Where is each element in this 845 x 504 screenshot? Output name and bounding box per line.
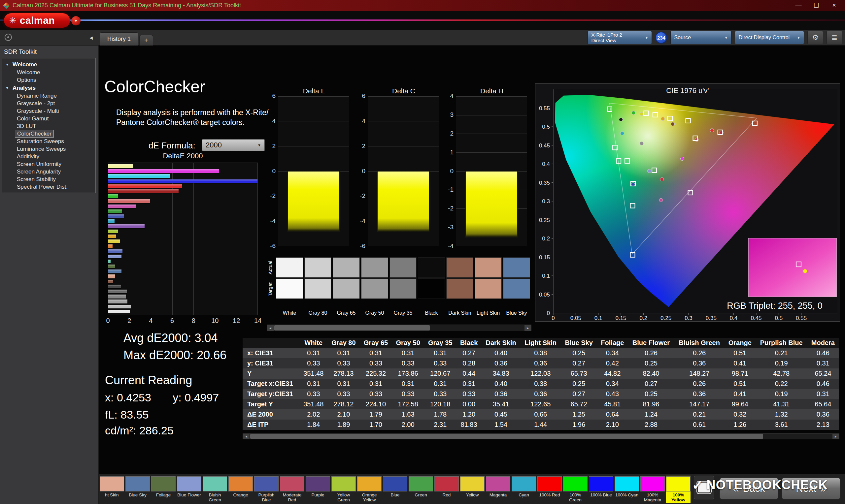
tree-section-welcome[interactable]: ▾Welcome	[2, 60, 95, 69]
swatch-scroll-track[interactable]	[274, 325, 525, 331]
sidebar-item-saturation-sweeps[interactable]: Saturation Sweeps	[2, 138, 95, 145]
patch-button-100-cyan[interactable]: 100% Cyan	[615, 475, 639, 503]
menu-button[interactable]: ≣	[827, 31, 842, 44]
sidebar-item-additivity[interactable]: Additivity	[2, 153, 95, 160]
sidebar-item-screen-stability[interactable]: Screen Stability	[2, 176, 95, 183]
deltae-bar-row-gray-50	[108, 294, 258, 299]
patch-button-100-green[interactable]: 100% Green	[563, 475, 587, 503]
swatch-column-black[interactable]: Black	[418, 257, 445, 322]
collapse-sidebar-button[interactable]: ◀	[87, 33, 95, 42]
scroll-left-icon[interactable]: ◄	[267, 325, 274, 331]
cell: 41.31	[756, 399, 807, 409]
deltae-bar-row-black	[108, 284, 258, 289]
meter-dropdown[interactable]: X-Rite i1Pro 2 Direct View ▼	[587, 31, 652, 44]
swatch-strip: Actual Target WhiteGray 80Gray 65Gray 50…	[267, 257, 531, 334]
axis-tick-label: 0.2	[640, 315, 648, 321]
patch-button-orange[interactable]: Orange	[228, 475, 253, 503]
patch-button-yellow-green[interactable]: Yellow Green	[331, 475, 356, 503]
patch-label: Yellow	[460, 492, 485, 498]
cell: 0.26	[674, 348, 724, 358]
patch-button-blue[interactable]: Blue	[383, 475, 407, 503]
swatch-label: White	[276, 309, 303, 317]
patch-button-bluish-green[interactable]: Bluish Green	[203, 475, 227, 503]
axis-tick-label: -6	[270, 242, 276, 250]
sidebar-item-luminance-sweeps[interactable]: Luminance Sweeps	[2, 145, 95, 153]
table-scrollbar[interactable]: ◄ ►	[243, 433, 839, 439]
table-scroll-thumb[interactable]	[250, 434, 763, 439]
add-tab-button[interactable]: +	[139, 35, 153, 46]
patch-swatch	[615, 476, 639, 491]
window-controls: — ☐ ×	[791, 2, 842, 9]
cell: 3.61	[756, 419, 807, 430]
swatch-column-gray-65[interactable]: Gray 65	[333, 257, 360, 322]
swatch-column-white[interactable]: White	[276, 257, 303, 322]
patch-button-orange-yellow[interactable]: Orange Yellow	[357, 475, 382, 503]
patch-button-ht-skin[interactable]: ht Skin	[100, 475, 124, 503]
sidebar-item-3d-lut[interactable]: 3D LUT	[2, 122, 95, 130]
patch-button-purplish-blue[interactable]: Purplish Blue	[254, 475, 279, 503]
patch-button-purple[interactable]: Purple	[306, 475, 330, 503]
source-dropdown-label: Source	[674, 35, 691, 40]
bar	[108, 214, 124, 218]
patch-button-foliage[interactable]: Foliage	[151, 475, 176, 503]
sidebar-item-screen-angularity[interactable]: Screen Angularity	[2, 168, 95, 176]
patch-button-magenta[interactable]: Magenta	[486, 475, 510, 503]
axis-tick-label: 0.45	[539, 143, 550, 149]
tree-section-analysis[interactable]: ▾Analysis	[2, 84, 95, 92]
patch-label: Orange Yellow	[357, 492, 382, 502]
display-control-dropdown[interactable]: Direct Display Control ▼	[735, 31, 804, 44]
tab-history-1[interactable]: History 1	[100, 32, 138, 46]
swatch-column-blue-sky[interactable]: Blue Sky	[503, 257, 530, 322]
scroll-left-icon[interactable]: ◄	[243, 434, 249, 439]
checkmark-icon: ✓	[692, 477, 704, 493]
bar	[108, 219, 115, 223]
patch-button-100-magenta[interactable]: 100% Magenta	[640, 475, 665, 503]
target-swatch	[333, 278, 360, 299]
swatch-column-gray-80[interactable]: Gray 80	[304, 257, 331, 322]
patch-button-yellow[interactable]: Yellow	[460, 475, 485, 503]
patch-button-100-blue[interactable]: 100% Blue	[589, 475, 613, 503]
scroll-right-icon[interactable]: ►	[525, 325, 531, 331]
table-scroll-track[interactable]	[249, 434, 832, 439]
patch-button-moderate-red[interactable]: Moderate Red	[280, 475, 304, 503]
sidebar-item-color-gamut[interactable]: Color Gamut	[2, 115, 95, 122]
de-formula-dropdown[interactable]: 2000 ▼	[202, 139, 265, 151]
logo-menu-button[interactable]: ▼	[71, 16, 81, 25]
settings-gear-button[interactable]: ⚙	[807, 31, 823, 44]
close-button[interactable]: ×	[827, 2, 842, 9]
source-dropdown[interactable]: Source ▼	[670, 31, 732, 44]
x-reading: x: 0.4253	[105, 391, 151, 404]
patch-button-100-red[interactable]: 100% Red	[538, 475, 562, 503]
sidebar-item-dynamic-range[interactable]: Dynamic Range	[2, 92, 95, 100]
patch-button-blue-sky[interactable]: Blue Sky	[125, 475, 150, 503]
swatch-column-gray-50[interactable]: Gray 50	[361, 257, 388, 322]
swatch-column-light-skin[interactable]: Light Skin	[475, 257, 502, 322]
patch-swatch	[486, 476, 510, 491]
swatch-scrollbar[interactable]: ◄ ►	[267, 325, 531, 331]
sidebar-item-grayscale-multi[interactable]: Grayscale - Multi	[2, 107, 95, 115]
sidebar-item-options[interactable]: Options	[2, 76, 95, 84]
patch-button-red[interactable]: Red	[434, 475, 459, 503]
sidebar-item-spectral-power-dist[interactable]: Spectral Power Dist.	[2, 183, 95, 191]
swatch-column-dark-skin[interactable]: Dark Skin	[446, 257, 473, 322]
patch-button-green[interactable]: Green	[409, 475, 433, 503]
patch-button-100-yellow[interactable]: 100% Yellow	[666, 475, 690, 503]
axis-tick-label: 0.3	[685, 315, 692, 321]
patch-button-blue-flower[interactable]: Blue Flower	[177, 475, 201, 503]
swatch-scroll-thumb[interactable]	[274, 325, 430, 330]
meter-count-badge[interactable]: 234	[655, 32, 667, 43]
sidebar-item-screen-uniformity[interactable]: Screen Uniformity	[2, 160, 95, 168]
sidebar-item-welcome[interactable]: Welcome	[2, 69, 95, 76]
cell: 147.17	[674, 399, 724, 409]
swatch-column-gray-35[interactable]: Gray 35	[389, 257, 417, 322]
minimize-button[interactable]: —	[791, 2, 806, 9]
sidebar-item-grayscale-2pt[interactable]: Grayscale - 2pt	[2, 100, 95, 107]
title-bar: Calman 2025 Calman Ultimate for Business…	[0, 0, 845, 11]
scroll-right-icon[interactable]: ►	[832, 434, 839, 439]
patch-button-cyan[interactable]: Cyan	[512, 475, 536, 503]
sidebar-item-colorchecker[interactable]: ColorChecker	[15, 130, 54, 138]
maximize-button[interactable]: ☐	[809, 2, 824, 9]
axis-tick-label: 0.1	[595, 315, 602, 321]
chevron-down-icon: ▼	[721, 36, 728, 40]
cell: 65.64	[807, 399, 839, 409]
